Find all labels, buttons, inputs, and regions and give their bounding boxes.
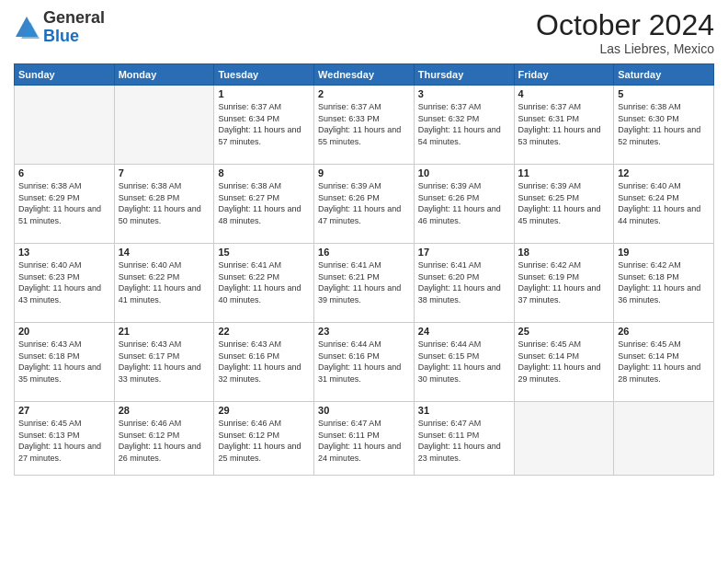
day-info: Sunrise: 6:37 AM Sunset: 6:31 PM Dayligh… [518,101,610,147]
month-title: October 2024 [536,9,714,41]
day-info: Sunrise: 6:42 AM Sunset: 6:19 PM Dayligh… [518,259,610,305]
day-number: 5 [618,88,710,99]
header-row: SundayMondayTuesdayWednesdayThursdayFrid… [15,64,714,86]
logo-blue: Blue [43,27,79,45]
day-number: 10 [418,167,510,178]
calendar-cell: 25Sunrise: 6:45 AM Sunset: 6:14 PM Dayli… [514,323,614,402]
day-info: Sunrise: 6:43 AM Sunset: 6:18 PM Dayligh… [18,339,110,385]
calendar-cell: 28Sunrise: 6:46 AM Sunset: 6:12 PM Dayli… [114,402,214,476]
day-info: Sunrise: 6:45 AM Sunset: 6:14 PM Dayligh… [518,339,610,385]
day-info: Sunrise: 6:41 AM Sunset: 6:22 PM Dayligh… [218,259,310,305]
day-number: 21 [119,326,210,337]
day-header-sunday: Sunday [15,64,115,86]
day-number: 17 [418,247,510,258]
calendar-cell: 26Sunrise: 6:45 AM Sunset: 6:14 PM Dayli… [614,323,714,402]
day-info: Sunrise: 6:39 AM Sunset: 6:26 PM Dayligh… [418,180,510,226]
calendar-cell [514,402,614,476]
day-number: 18 [518,247,610,258]
location: Las Liebres, Mexico [536,41,714,56]
day-number: 29 [218,405,310,416]
day-info: Sunrise: 6:41 AM Sunset: 6:20 PM Dayligh… [418,259,510,305]
day-header-tuesday: Tuesday [214,64,314,86]
day-info: Sunrise: 6:46 AM Sunset: 6:12 PM Dayligh… [218,418,310,464]
day-info: Sunrise: 6:46 AM Sunset: 6:12 PM Dayligh… [119,418,210,464]
calendar-cell: 1Sunrise: 6:37 AM Sunset: 6:34 PM Daylig… [214,86,314,165]
day-info: Sunrise: 6:39 AM Sunset: 6:26 PM Dayligh… [318,180,410,226]
day-number: 8 [218,167,310,178]
day-info: Sunrise: 6:40 AM Sunset: 6:22 PM Dayligh… [119,259,210,305]
day-info: Sunrise: 6:45 AM Sunset: 6:13 PM Dayligh… [18,418,110,464]
week-row-4: 27Sunrise: 6:45 AM Sunset: 6:13 PM Dayli… [15,402,714,476]
day-number: 31 [418,405,510,416]
title-block: October 2024 Las Liebres, Mexico [536,9,714,56]
day-info: Sunrise: 6:40 AM Sunset: 6:23 PM Dayligh… [18,259,110,305]
day-info: Sunrise: 6:37 AM Sunset: 6:32 PM Dayligh… [418,101,510,147]
logo-text: General Blue [43,9,105,46]
calendar-cell: 3Sunrise: 6:37 AM Sunset: 6:32 PM Daylig… [414,86,514,165]
day-number: 14 [119,247,210,258]
calendar-cell: 18Sunrise: 6:42 AM Sunset: 6:19 PM Dayli… [514,244,614,323]
day-number: 3 [418,88,510,99]
day-number: 24 [418,326,510,337]
day-info: Sunrise: 6:38 AM Sunset: 6:29 PM Dayligh… [18,180,110,226]
calendar-cell: 5Sunrise: 6:38 AM Sunset: 6:30 PM Daylig… [614,86,714,165]
day-info: Sunrise: 6:37 AM Sunset: 6:34 PM Dayligh… [218,101,310,147]
day-info: Sunrise: 6:43 AM Sunset: 6:16 PM Dayligh… [218,339,310,385]
week-row-3: 20Sunrise: 6:43 AM Sunset: 6:18 PM Dayli… [15,323,714,402]
day-info: Sunrise: 6:47 AM Sunset: 6:11 PM Dayligh… [418,418,510,464]
logo-icon [14,15,40,40]
calendar-cell: 21Sunrise: 6:43 AM Sunset: 6:17 PM Dayli… [114,323,214,402]
calendar-cell: 9Sunrise: 6:39 AM Sunset: 6:26 PM Daylig… [314,165,415,244]
calendar-cell: 27Sunrise: 6:45 AM Sunset: 6:13 PM Dayli… [15,402,115,476]
day-info: Sunrise: 6:47 AM Sunset: 6:11 PM Dayligh… [318,418,410,464]
day-number: 12 [618,167,710,178]
day-info: Sunrise: 6:40 AM Sunset: 6:24 PM Dayligh… [618,180,710,226]
day-number: 1 [218,88,310,99]
day-number: 19 [618,247,710,258]
calendar-cell: 13Sunrise: 6:40 AM Sunset: 6:23 PM Dayli… [15,244,115,323]
day-info: Sunrise: 6:37 AM Sunset: 6:33 PM Dayligh… [318,101,410,147]
day-number: 15 [218,247,310,258]
calendar-cell: 2Sunrise: 6:37 AM Sunset: 6:33 PM Daylig… [314,86,415,165]
day-number: 23 [318,326,410,337]
header: General Blue October 2024 Las Liebres, M… [14,9,714,56]
day-number: 30 [318,405,410,416]
day-number: 16 [318,247,410,258]
day-number: 13 [18,247,110,258]
day-info: Sunrise: 6:42 AM Sunset: 6:18 PM Dayligh… [618,259,710,305]
day-number: 11 [518,167,610,178]
page: General Blue October 2024 Las Liebres, M… [0,0,728,563]
calendar-cell [114,86,214,165]
calendar-cell: 16Sunrise: 6:41 AM Sunset: 6:21 PM Dayli… [314,244,415,323]
calendar-cell: 17Sunrise: 6:41 AM Sunset: 6:20 PM Dayli… [414,244,514,323]
day-info: Sunrise: 6:38 AM Sunset: 6:28 PM Dayligh… [119,180,210,226]
logo: General Blue [14,9,105,46]
calendar-cell: 7Sunrise: 6:38 AM Sunset: 6:28 PM Daylig… [114,165,214,244]
day-info: Sunrise: 6:38 AM Sunset: 6:30 PM Dayligh… [618,101,710,147]
day-header-monday: Monday [114,64,214,86]
day-info: Sunrise: 6:41 AM Sunset: 6:21 PM Dayligh… [318,259,410,305]
calendar-header: SundayMondayTuesdayWednesdayThursdayFrid… [15,64,714,86]
calendar-cell: 24Sunrise: 6:44 AM Sunset: 6:15 PM Dayli… [414,323,514,402]
calendar-cell: 8Sunrise: 6:38 AM Sunset: 6:27 PM Daylig… [214,165,314,244]
day-number: 27 [18,405,110,416]
day-header-wednesday: Wednesday [314,64,415,86]
calendar-cell: 20Sunrise: 6:43 AM Sunset: 6:18 PM Dayli… [15,323,115,402]
day-info: Sunrise: 6:38 AM Sunset: 6:27 PM Dayligh… [218,180,310,226]
day-number: 26 [618,326,710,337]
calendar-cell: 6Sunrise: 6:38 AM Sunset: 6:29 PM Daylig… [15,165,115,244]
calendar-cell: 19Sunrise: 6:42 AM Sunset: 6:18 PM Dayli… [614,244,714,323]
calendar-cell: 31Sunrise: 6:47 AM Sunset: 6:11 PM Dayli… [414,402,514,476]
calendar-body: 1Sunrise: 6:37 AM Sunset: 6:34 PM Daylig… [15,86,714,476]
calendar-cell: 12Sunrise: 6:40 AM Sunset: 6:24 PM Dayli… [614,165,714,244]
calendar-cell: 11Sunrise: 6:39 AM Sunset: 6:25 PM Dayli… [514,165,614,244]
calendar-cell [614,402,714,476]
day-header-thursday: Thursday [414,64,514,86]
calendar-cell: 22Sunrise: 6:43 AM Sunset: 6:16 PM Dayli… [214,323,314,402]
day-number: 25 [518,326,610,337]
calendar: SundayMondayTuesdayWednesdayThursdayFrid… [14,63,714,476]
day-info: Sunrise: 6:45 AM Sunset: 6:14 PM Dayligh… [618,339,710,385]
day-info: Sunrise: 6:39 AM Sunset: 6:25 PM Dayligh… [518,180,610,226]
day-info: Sunrise: 6:43 AM Sunset: 6:17 PM Dayligh… [119,339,210,385]
week-row-1: 6Sunrise: 6:38 AM Sunset: 6:29 PM Daylig… [15,165,714,244]
